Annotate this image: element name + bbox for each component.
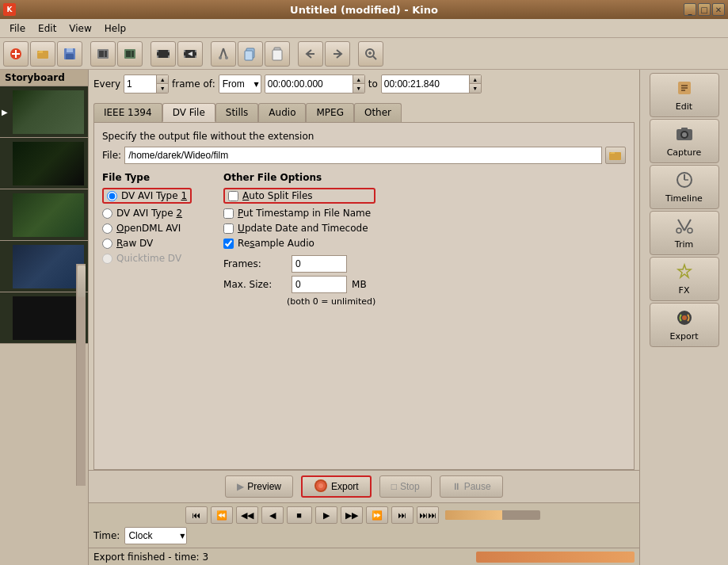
trim-panel-button[interactable]: Trim [650,211,719,255]
step-back-button[interactable]: ◀ [261,506,284,524]
time-start-input[interactable] [265,75,353,93]
from-select-wrap[interactable]: From Start End ▼ [219,74,261,94]
svg-rect-8 [99,51,104,57]
import-button[interactable] [90,41,116,67]
storyboard-item[interactable] [0,241,88,292]
time-end-input[interactable] [382,75,469,93]
tab-mpeg[interactable]: MPEG [306,103,353,122]
zoom-button[interactable] [358,41,383,67]
close-button[interactable]: ✕ [712,3,725,16]
new-button[interactable] [3,41,29,67]
frame-of-label: frame of: [172,78,215,90]
minimize-button[interactable]: _ [684,3,696,16]
edit-icon [675,78,694,100]
time-end-spin-up[interactable]: ▲ [470,75,481,84]
every-spinner[interactable]: ▲ ▼ [124,74,169,94]
export-toolbar-button[interactable] [117,41,143,67]
menu-edit[interactable]: Edit [32,21,63,36]
checkbox-resample-input[interactable] [223,239,234,249]
tab-dvfile[interactable]: DV File [162,103,215,122]
save-button[interactable] [57,41,82,67]
tab-stills[interactable]: Stills [215,103,259,122]
skip-to-start-button[interactable]: ⏮ [185,506,208,524]
fx-panel-label: FX [679,285,690,296]
storyboard-item[interactable] [0,138,88,189]
time-start-wrap[interactable]: ▲ ▼ [265,74,365,94]
from-select[interactable]: From Start End [219,75,261,93]
checkbox-autosplit[interactable]: Auto Split Files [223,188,375,204]
radio-rawdv[interactable]: Raw DV [102,238,192,249]
storyboard-item[interactable] [0,292,88,344]
menu-help[interactable]: Help [98,21,132,36]
storyboard-item[interactable] [0,189,88,241]
radio-opendml-input[interactable] [102,223,112,234]
play-button[interactable]: ▶ [315,506,337,524]
menu-file[interactable]: File [3,21,32,36]
radio-quicktime[interactable]: Quicktime DV [102,253,192,264]
checkbox-updatedate[interactable]: Update Date and Timecode [223,223,375,234]
back-button[interactable] [298,41,323,67]
folder-button[interactable] [605,147,626,164]
frames-input[interactable] [292,255,347,273]
film-next-button[interactable] [177,41,203,67]
unlimited-note: (both 0 = unlimited) [287,296,375,307]
open-button[interactable] [30,41,55,67]
bottom-controls: ⏮ ⏪ ◀◀ ◀ ■ ▶ ▶▶ ⏩ ⏭ ⏭⏭ Time: Clock [89,502,639,548]
film-prev-button[interactable] [151,41,176,67]
statusbar: Export finished - time: 3 [89,548,639,565]
fast-forward-button[interactable]: ⏩ [366,506,388,524]
menu-view[interactable]: View [63,21,97,36]
time-start-spin-up[interactable]: ▲ [353,75,364,84]
svg-point-41 [318,483,323,488]
playback-progress[interactable] [445,510,540,520]
checkbox-timestamp-input[interactable] [223,208,234,219]
time-start-spin-down[interactable]: ▼ [353,84,364,93]
time-end-spin-down[interactable]: ▼ [470,84,481,93]
clock-select[interactable]: Clock Timecode Frames [125,528,186,544]
window-title: Untitled (modified) - Kino [290,4,438,16]
radio-rawdv-input[interactable] [102,239,112,249]
file-input[interactable] [124,147,602,164]
every-spin-up[interactable]: ▲ [157,75,168,84]
pause-button[interactable]: ⏸ Pause [440,475,503,498]
edit-panel-button[interactable]: Edit [650,73,719,117]
radio-dvavi1[interactable]: DV AVI Type 1 [102,188,192,204]
export-panel-button[interactable]: Export [650,303,719,347]
checkbox-timestamp[interactable]: Put Timestamp in File Name [223,208,375,219]
export-button[interactable]: Export [301,475,372,498]
prev-chapter-button[interactable]: ⏪ [211,506,233,524]
step-forward-button[interactable]: ▶▶ [341,506,363,524]
storyboard-item[interactable]: ▶ [0,86,88,138]
maximize-button[interactable]: □ [698,3,711,16]
skip-to-end-button[interactable]: ⏭⏭ [417,506,439,524]
forward-button[interactable] [325,41,350,67]
checkbox-autosplit-input[interactable] [228,191,238,201]
cut-button[interactable] [211,41,236,67]
stop-button[interactable]: □ Stop [379,475,432,498]
radio-dvavi2-input[interactable] [102,208,112,219]
paste-button[interactable] [265,41,290,67]
tab-audio[interactable]: Audio [258,103,306,122]
checkbox-updatedate-input[interactable] [223,223,234,234]
radio-opendml[interactable]: OpenDML AVI [102,223,192,234]
capture-panel-button[interactable]: Capture [650,119,719,163]
rewind-button[interactable]: ◀◀ [236,506,258,524]
tab-other[interactable]: Other [354,103,402,122]
tab-ieee1394[interactable]: IEEE 1394 [93,103,162,122]
every-input[interactable] [124,75,156,93]
radio-dvavi1-input[interactable] [107,191,117,201]
checkbox-resample-label: Resample Audio [238,238,314,249]
copy-button[interactable] [238,41,263,67]
every-spin-down[interactable]: ▼ [157,84,168,93]
time-end-wrap[interactable]: ▲ ▼ [381,74,482,94]
checkbox-resample[interactable]: Resample Audio [223,238,375,249]
preview-button[interactable]: ▶ Preview [225,475,293,498]
maxsize-input[interactable] [292,276,347,293]
sidebar-scrollbar[interactable] [76,264,86,486]
timeline-panel-button[interactable]: Timeline [650,165,719,209]
stop-transport-button[interactable]: ■ [287,506,312,524]
clock-select-wrap[interactable]: Clock Timecode Frames ▼ [124,527,187,544]
next-chapter-button[interactable]: ⏭ [391,506,414,524]
radio-dvavi2[interactable]: DV AVI Type 2 [102,208,192,219]
fx-panel-button[interactable]: FX [650,257,719,301]
